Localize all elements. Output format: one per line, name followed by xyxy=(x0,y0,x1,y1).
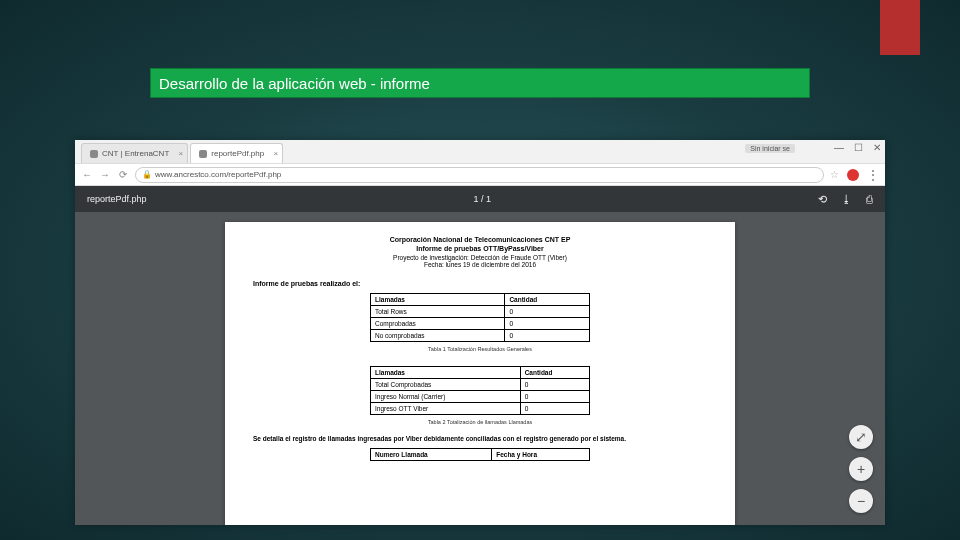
zoom-out-icon[interactable]: − xyxy=(849,489,873,513)
maximize-icon[interactable]: ☐ xyxy=(854,142,863,153)
address-bar[interactable]: 🔒 www.ancrestco.com/reportePdf.php xyxy=(135,167,824,183)
tab-0[interactable]: CNT | EntrenaCNT × xyxy=(81,143,188,163)
minimize-icon[interactable]: — xyxy=(834,142,844,153)
browser-window: CNT | EntrenaCNT × reportePdf.php × Sin … xyxy=(75,140,885,525)
fit-icon[interactable]: ⤢ xyxy=(849,425,873,449)
doc-h2: Informe de pruebas OTT/ByPass/Viber xyxy=(253,245,707,252)
back-icon[interactable]: ← xyxy=(81,169,93,180)
pdf-filename: reportePdf.php xyxy=(87,194,147,204)
tab-1[interactable]: reportePdf.php × xyxy=(190,143,283,163)
extension-icon[interactable] xyxy=(847,169,859,181)
doc-h3: Proyecto de investigación: Detección de … xyxy=(253,254,707,261)
table-2: LlamadasCantidad Total Comprobadas0 Ingr… xyxy=(370,366,590,415)
doc-h1: Corporación Nacional de Telecomunicacion… xyxy=(253,236,707,243)
pdf-page: Corporación Nacional de Telecomunicacion… xyxy=(225,222,735,525)
star-icon[interactable]: ☆ xyxy=(830,169,839,180)
table-3: Numero LlamadaFecha y Hora xyxy=(370,448,590,461)
table-1: LlamadasCantidad Total Rows0 Comprobadas… xyxy=(370,293,590,342)
favicon-icon xyxy=(90,150,98,158)
pdf-page-indicator: 1 / 1 xyxy=(474,194,492,204)
tab-label: reportePdf.php xyxy=(211,149,264,158)
address-row: ← → ⟳ 🔒 www.ancrestco.com/reportePdf.php… xyxy=(75,164,885,186)
pdf-viewport[interactable]: Corporación Nacional de Telecomunicacion… xyxy=(75,212,885,525)
favicon-icon xyxy=(199,150,207,158)
download-icon[interactable]: ⭳ xyxy=(841,193,852,206)
lock-icon: 🔒 xyxy=(142,170,152,179)
menu-icon[interactable]: ⋮ xyxy=(867,168,879,182)
slide-accent xyxy=(880,0,920,55)
print-icon[interactable]: ⎙ xyxy=(866,193,873,206)
slide-title: Desarrollo de la aplicación web - inform… xyxy=(159,75,430,92)
pdf-toolbar: reportePdf.php 1 / 1 ⟲ ⭳ ⎙ xyxy=(75,186,885,212)
close-icon[interactable]: × xyxy=(179,149,184,158)
toolbar-right: ☆ ⋮ xyxy=(830,168,879,182)
tab-label: CNT | EntrenaCNT xyxy=(102,149,169,158)
doc-section1: Informe de pruebas realizado el: xyxy=(253,280,707,287)
forward-icon[interactable]: → xyxy=(99,169,111,180)
table-1-caption: Tabla 1 Totalización Resultados Generale… xyxy=(253,346,707,352)
pdf-fab-controls: ⤢ + − xyxy=(849,425,873,513)
doc-h4: Fecha: lunes 19 de diciembre del 2016 xyxy=(253,261,707,268)
window-controls: — ☐ ✕ xyxy=(834,142,881,153)
slide-title-bar: Desarrollo de la aplicación web - inform… xyxy=(150,68,810,98)
reload-icon[interactable]: ⟳ xyxy=(117,169,129,180)
table-2-caption: Tabla 2 Totalización de llamadas Llamada… xyxy=(253,419,707,425)
close-window-icon[interactable]: ✕ xyxy=(873,142,881,153)
doc-paragraph: Se detalla el registro de llamadas ingre… xyxy=(253,435,707,442)
tabs-row: CNT | EntrenaCNT × reportePdf.php × Sin … xyxy=(75,140,885,164)
url-text: www.ancrestco.com/reportePdf.php xyxy=(155,170,281,179)
rotate-icon[interactable]: ⟲ xyxy=(818,193,827,206)
zoom-in-icon[interactable]: + xyxy=(849,457,873,481)
signin-badge[interactable]: Sin iniciar se xyxy=(745,144,795,153)
close-icon[interactable]: × xyxy=(274,149,279,158)
